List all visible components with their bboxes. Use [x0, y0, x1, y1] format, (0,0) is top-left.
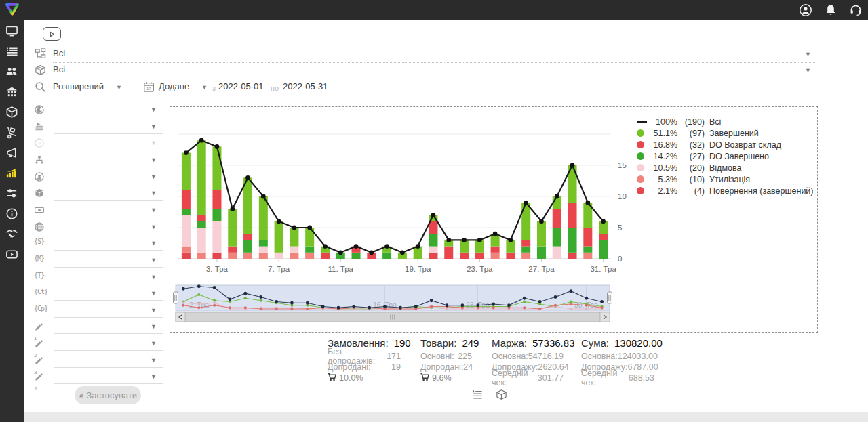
legend-item[interactable]: 2.1%(4)Повернення (завершений): [637, 185, 814, 196]
dot-marker: [637, 129, 644, 137]
stat-sub-value: 2620.64: [538, 362, 568, 372]
profile-icon[interactable]: [799, 3, 812, 17]
search-mode-select[interactable]: Розширений ▼: [53, 80, 123, 96]
attribute-filter-tag-ct[interactable]: {Ct}▼: [31, 287, 163, 302]
box-view-icon[interactable]: [496, 389, 507, 400]
attribute-filter-globe-filled[interactable]: ▼: [31, 103, 163, 119]
tutorial-video-button[interactable]: [43, 27, 61, 41]
legend-item[interactable]: 10.5%(20)Відмова: [637, 162, 814, 173]
calendar-icon: 17: [143, 81, 155, 93]
sidebar-item-products[interactable]: [0, 102, 24, 122]
legend-percent: 10.5%: [648, 163, 677, 173]
legend-count: (190): [677, 117, 705, 127]
legend-item[interactable]: 100%(190)Всі: [637, 116, 814, 127]
attribute-filter-money[interactable]: ▼: [31, 203, 163, 219]
filter-input[interactable]: [54, 355, 163, 368]
filter-input[interactable]: [54, 272, 163, 284]
filter-input[interactable]: [54, 171, 163, 184]
navigator-handle[interactable]: [174, 292, 178, 303]
attribute-filter-custom-field-4[interactable]: 4▼: [31, 370, 163, 385]
levels-flag-icon: [34, 121, 45, 133]
filter-input[interactable]: [54, 154, 163, 167]
dot-marker: [637, 175, 644, 183]
chevron-down-icon[interactable]: ▼: [805, 51, 811, 58]
attribute-filter-tag-t[interactable]: {T}▼: [31, 270, 163, 286]
sidebar-item-marketing[interactable]: [0, 142, 24, 163]
legend-item[interactable]: 14.2%(27)DO Завершено: [637, 150, 814, 162]
stat-title: Сума:: [581, 337, 609, 349]
svg-text:23. Тра: 23. Тра: [467, 265, 493, 273]
attribute-filter-help[interactable]: ?▼: [31, 136, 163, 152]
attribute-filter-custom-field-3[interactable]: 3▼: [31, 354, 163, 369]
sidebar-item-statistics[interactable]: [0, 163, 24, 183]
legend-count: (20): [677, 163, 705, 173]
tag-t-icon: {T}: [34, 272, 45, 283]
scroll-left-icon[interactable]: [176, 312, 185, 322]
filter-input[interactable]: [54, 321, 163, 334]
date-from-input[interactable]: 2022-05-01: [218, 80, 266, 96]
legend-label: Повернення (завершений): [709, 186, 814, 196]
filter-input[interactable]: [54, 188, 163, 201]
date-type-select[interactable]: Додане ▼: [159, 80, 209, 96]
sidebar-item-info[interactable]: [0, 203, 24, 224]
sidebar-item-orders-list[interactable]: [0, 41, 24, 61]
filter-input[interactable]: [54, 221, 163, 234]
attribute-filter-custom-field-2[interactable]: 2▼: [31, 337, 163, 352]
notifications-icon[interactable]: [824, 3, 837, 17]
filter-input[interactable]: [54, 138, 163, 150]
filter-input[interactable]: [54, 121, 163, 134]
legend-percent: 51.1%: [648, 129, 677, 138]
sidebar-item-clients[interactable]: [0, 61, 24, 81]
filter-input[interactable]: [54, 205, 163, 217]
list-view-icon[interactable]: [472, 389, 484, 400]
sidebar-item-settings[interactable]: [0, 183, 24, 203]
attribute-filter-person[interactable]: ▼: [31, 170, 163, 186]
attribute-filter-custom-field-1[interactable]: 1▼: [31, 320, 163, 335]
stat-sub-label: Основні:: [420, 352, 454, 361]
date-to-input[interactable]: 2022-05-31: [283, 80, 330, 96]
warehouse-icon: [5, 85, 18, 98]
legend-count: (32): [677, 140, 705, 150]
filter-input[interactable]: [54, 104, 163, 117]
attribute-filter-globe-wire[interactable]: ▼: [31, 220, 163, 236]
settings-icon: [5, 187, 18, 200]
sidebar-item-monitor[interactable]: [0, 20, 24, 41]
attribute-filter-tag-s[interactable]: {S}▼: [31, 236, 163, 252]
attribute-filter-cube[interactable]: ▼: [31, 186, 163, 202]
attribute-filter-tag-m[interactable]: {M}▼: [31, 253, 163, 269]
apply-button[interactable]: Застосувати: [75, 386, 141, 404]
page-background-strip: [24, 412, 868, 422]
attribute-filter-org-network[interactable]: ▼: [31, 153, 163, 169]
scroll-right-icon[interactable]: [600, 312, 610, 322]
attribute-filter-levels-flag[interactable]: ▼: [31, 120, 163, 135]
svg-text:3. Тра: 3. Тра: [206, 265, 229, 273]
stat-sub-label: Допродані:: [420, 362, 463, 372]
legend-item[interactable]: 51.1%(97)Завершений: [637, 127, 814, 139]
brand-logo[interactable]: [3, 1, 21, 19]
support-icon[interactable]: [849, 3, 863, 17]
product-filter-field[interactable]: Всі ▼: [53, 63, 815, 79]
legend-item[interactable]: 16.8%(32)DO Возврат склад: [637, 139, 814, 150]
legend-item[interactable]: 5.3%(10)Утилізація: [637, 173, 814, 185]
stat-sub-label: Середній чек:: [492, 368, 538, 387]
chevron-down-icon[interactable]: ▼: [805, 68, 811, 74]
navigator-handle[interactable]: [608, 292, 612, 303]
sidebar-item-warehouse[interactable]: [0, 81, 24, 102]
filter-input[interactable]: [54, 305, 163, 318]
filter-input[interactable]: [54, 238, 163, 251]
filter-input[interactable]: [54, 338, 163, 351]
sidebar-item-partners[interactable]: [0, 224, 24, 244]
sidebar-item-shipping[interactable]: [0, 122, 24, 142]
stat-title: Товари:: [420, 337, 456, 349]
attribute-filter-tag-cp[interactable]: {Cp}▼: [31, 303, 163, 319]
legend-label: Відмова: [709, 163, 741, 173]
svg-text:0: 0: [618, 255, 622, 263]
chevron-down-icon: ▼: [151, 140, 157, 146]
sidebar-item-video[interactable]: [0, 244, 24, 264]
filter-input[interactable]: [54, 371, 163, 384]
filter-input[interactable]: [54, 255, 163, 268]
status-filter-field[interactable]: Всі ▼: [53, 47, 815, 63]
stat-value: 57336.83: [532, 337, 575, 349]
filter-input[interactable]: [54, 288, 163, 301]
stat-value: 130820.00: [614, 337, 663, 349]
